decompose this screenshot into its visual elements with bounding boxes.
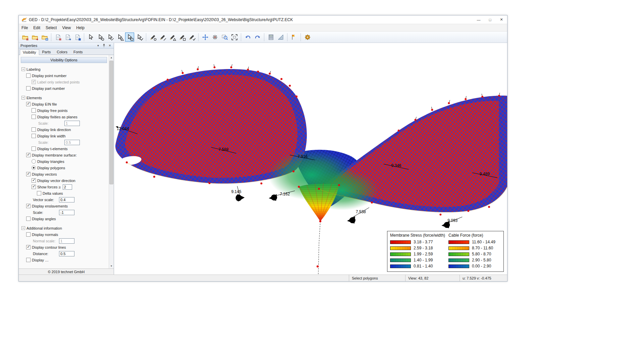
- draw-lines-button[interactable]: [158, 33, 167, 42]
- minimize-button[interactable]: —: [473, 15, 484, 24]
- pin-icon[interactable]: [102, 44, 106, 48]
- toolbar-separator: [241, 33, 241, 41]
- display-enslavements-checkbox[interactable]: [26, 204, 31, 208]
- select-points-button[interactable]: [96, 33, 105, 42]
- collapse-toggle-icon[interactable]: [21, 226, 25, 230]
- panel-close-button[interactable]: ✕: [108, 44, 112, 47]
- panel-title-bar[interactable]: Properties ▾ ✕: [19, 43, 114, 49]
- select-polygons-button[interactable]: [125, 33, 134, 42]
- tab-visibility[interactable]: Visibility: [20, 49, 39, 55]
- clipped-checkbox[interactable]: [26, 258, 31, 262]
- tree-row: Display vector direction: [19, 177, 108, 184]
- display-link-direction-checkbox[interactable]: [32, 127, 36, 132]
- regenerate-button[interactable]: [210, 33, 219, 42]
- vector-scale-input[interactable]: [59, 197, 74, 202]
- display-ein-file-checkbox[interactable]: [26, 102, 31, 106]
- contour-distance-input[interactable]: [59, 251, 74, 256]
- calculator-button[interactable]: [266, 33, 275, 42]
- settings-button[interactable]: [303, 33, 312, 42]
- menu-edit[interactable]: Edit: [31, 25, 43, 31]
- tab-fonts[interactable]: Fonts: [70, 49, 86, 55]
- maximize-button[interactable]: □: [484, 15, 496, 24]
- display-contour-lines-checkbox[interactable]: [26, 245, 31, 249]
- select-elements-button[interactable]: [135, 33, 144, 42]
- select-button[interactable]: [86, 33, 95, 42]
- undo-button[interactable]: [243, 33, 252, 42]
- show-forces-checkbox[interactable]: [32, 185, 36, 189]
- flag-button[interactable]: [289, 33, 299, 42]
- draw-points-button[interactable]: [148, 33, 157, 42]
- zoom-extents-button[interactable]: [230, 33, 239, 42]
- scroll-down-button[interactable]: ▼: [109, 263, 114, 268]
- title-bar[interactable]: GED - D:\2_Projekte\Easy\2020\03_26_Webs…: [19, 15, 507, 24]
- color-swatch: [448, 240, 469, 244]
- explode-icon: [212, 34, 218, 40]
- scroll-thumb[interactable]: [109, 61, 113, 184]
- display-t-elements-checkbox[interactable]: [32, 146, 36, 151]
- menu-view[interactable]: View: [59, 25, 73, 31]
- menu-select[interactable]: Select: [43, 25, 59, 31]
- display-normals-checkbox[interactable]: [26, 232, 31, 237]
- tab-parts[interactable]: Parts: [39, 49, 54, 55]
- color-swatch: [390, 258, 411, 262]
- measure-button[interactable]: [276, 33, 285, 42]
- display-link-width-checkbox[interactable]: [32, 134, 36, 138]
- scroll-up-button[interactable]: ▲: [109, 55, 114, 60]
- display-membrane-surface-checkbox[interactable]: [26, 153, 31, 157]
- display-free-points-checkbox[interactable]: [32, 108, 36, 113]
- menu-bar: File Edit Select View Help: [19, 24, 507, 32]
- collapse-toggle-icon[interactable]: [21, 96, 25, 100]
- color-swatch: [390, 264, 411, 268]
- legend-range: 8.70 - 11.60: [472, 246, 493, 250]
- row-label: Display angles: [32, 217, 56, 221]
- normal-scale-input[interactable]: [59, 238, 74, 244]
- file-new-button[interactable]: [53, 33, 62, 42]
- tree-row: Show forces ≥: [19, 184, 108, 190]
- draw-triangles-button[interactable]: [168, 33, 177, 42]
- display-polygons-radio[interactable]: [32, 166, 36, 170]
- select-lines-button[interactable]: [106, 33, 115, 42]
- link-width-scale-input[interactable]: [64, 140, 80, 145]
- file-save-button[interactable]: [73, 33, 82, 42]
- tab-colors[interactable]: Colors: [54, 49, 70, 55]
- row-label: Display polygons: [37, 166, 65, 170]
- show-forces-input[interactable]: [63, 184, 72, 190]
- app-icon: [21, 17, 27, 22]
- panel-scrollbar[interactable]: ▲ ▼: [109, 55, 114, 268]
- tree-row: Display free points: [19, 107, 108, 114]
- force-label: 7.162: [280, 192, 290, 196]
- viewport-canvas[interactable]: 12.044 7.588 7.916 9.346 9.489 9.145 7.1…: [114, 43, 507, 275]
- display-vectors-checkbox[interactable]: [26, 172, 31, 176]
- menu-file[interactable]: File: [19, 25, 31, 31]
- move-view-button[interactable]: [201, 33, 210, 42]
- fixities-scale-input[interactable]: [64, 121, 80, 126]
- display-fixities-checkbox[interactable]: [32, 115, 36, 119]
- menu-help[interactable]: Help: [73, 25, 87, 31]
- legend-cable-column: Cable Force (force) 11.60 - 14.49 8.70 -…: [448, 233, 501, 269]
- display-angles-checkbox[interactable]: [26, 217, 31, 221]
- display-triangles-radio[interactable]: [32, 159, 36, 164]
- open-project-button[interactable]: [20, 33, 30, 42]
- enslavements-scale-input[interactable]: [59, 210, 74, 215]
- panel-collapse-button[interactable]: ▾: [96, 44, 100, 47]
- open-folder-button[interactable]: [30, 33, 39, 42]
- row-label: Normal scale:: [33, 239, 57, 243]
- delta-values-checkbox[interactable]: [37, 191, 41, 195]
- display-point-number-checkbox[interactable]: [26, 73, 31, 78]
- select-triangles-button[interactable]: [115, 33, 124, 42]
- display-vector-direction-checkbox[interactable]: [32, 178, 36, 183]
- close-button[interactable]: ✕: [496, 15, 507, 24]
- draw-elements-button[interactable]: [187, 33, 196, 42]
- file-open-button[interactable]: [63, 33, 72, 42]
- status-message: [19, 275, 349, 281]
- draw-polygons-button[interactable]: [177, 33, 186, 42]
- zoom-window-button[interactable]: [220, 33, 229, 42]
- redo-button[interactable]: [253, 33, 262, 42]
- open-exchange-button[interactable]: [40, 33, 49, 42]
- collapse-toggle-icon[interactable]: [21, 67, 25, 71]
- tree-row: Delta values: [19, 190, 108, 196]
- display-part-number-checkbox[interactable]: [26, 86, 31, 90]
- row-label: Display vectors: [32, 172, 57, 176]
- status-view: View: 43, 82: [405, 275, 460, 281]
- tree-row: Normal scale:: [19, 238, 108, 244]
